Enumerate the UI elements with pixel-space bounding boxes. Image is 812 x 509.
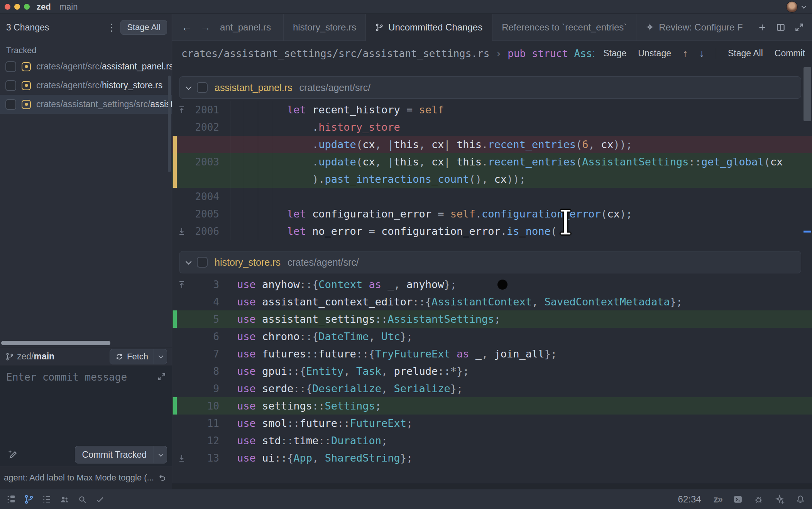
chevron-down-icon[interactable]	[159, 354, 164, 359]
line-number[interactable]: 2005	[194, 208, 219, 220]
line-number[interactable]: 3	[194, 279, 219, 290]
file-checkbox[interactable]	[5, 80, 16, 91]
outline-icon[interactable]	[42, 494, 52, 504]
assistant-icon[interactable]	[774, 494, 785, 505]
close-window-button[interactable]	[5, 4, 10, 10]
cursor-position[interactable]: 62:34	[678, 494, 701, 505]
code-line[interactable]: .history_store	[237, 118, 400, 136]
code-row[interactable]: .update(cx, |this, cx| this.recent_entri…	[172, 136, 812, 153]
code-row[interactable]: 2005 let configuration_error = self.conf…	[172, 205, 812, 222]
undo-commit-icon[interactable]	[157, 473, 167, 483]
panel-menu-icon[interactable]: ⋮	[103, 21, 120, 34]
diagnostics-icon[interactable]	[95, 494, 105, 504]
line-number[interactable]: 10	[194, 400, 219, 412]
tab-history-store-rs[interactable]: history_store.rs	[283, 14, 365, 41]
tab-uncommitted-changes[interactable]: Uncommitted Changes	[365, 14, 492, 41]
tab-ant-panel-rs[interactable]: ant_panel.rs	[218, 14, 283, 41]
code-row[interactable]: 2006 let no_error = configuration_error.…	[172, 222, 812, 240]
stage-button[interactable]: Stage	[603, 48, 626, 59]
diff-file-header[interactable]: history_store.rscrates/agent/src/	[179, 251, 801, 273]
minimize-window-button[interactable]	[14, 4, 20, 10]
stage-all-button[interactable]: Stage All	[728, 48, 763, 59]
file-checkbox[interactable]	[5, 61, 16, 72]
added-hunk-marker[interactable]	[173, 310, 177, 328]
expand-up-icon[interactable]	[177, 101, 194, 118]
line-number[interactable]: 2001	[194, 104, 219, 116]
chevron-down-icon[interactable]	[159, 452, 164, 457]
tab-review-configure-f[interactable]: Review: Configure F	[636, 14, 752, 41]
code-row[interactable]: 8use gpui::{Entity, Task, prelude::*};	[172, 362, 812, 380]
line-number[interactable]: 9	[194, 383, 219, 394]
code-row[interactable]: 3use anyhow::{Context as _, anyhow};	[172, 276, 812, 293]
added-hunk-marker[interactable]	[173, 397, 177, 415]
line-number[interactable]: 11	[194, 418, 219, 429]
code-row[interactable]: 2002 .history_store	[172, 118, 812, 136]
code-line[interactable]: use anyhow::{Context as _, anyhow};	[237, 276, 457, 293]
chevron-down-icon[interactable]	[186, 84, 192, 90]
project-panel-icon[interactable]	[6, 494, 16, 504]
line-number[interactable]: 6	[194, 331, 219, 342]
code-line[interactable]: use futures::future::{TryFutureExt as _,…	[237, 345, 557, 362]
file-checkbox[interactable]	[5, 99, 16, 110]
unstage-button[interactable]: Unstage	[638, 48, 671, 59]
code-line[interactable]: use smol::future::FutureExt;	[237, 415, 413, 432]
code-line[interactable]: .update(cx, |this, cx| this.recent_entri…	[237, 153, 783, 170]
breadcrumb[interactable]: crates/assistant_settings/src/assistant_…	[181, 48, 594, 59]
zoom-window-button[interactable]	[24, 4, 30, 10]
code-row[interactable]: 2004	[172, 188, 812, 205]
line-number[interactable]: 13	[194, 452, 219, 464]
expand-down-icon[interactable]	[177, 222, 194, 240]
line-number[interactable]: 4	[194, 296, 219, 308]
chevron-down-icon[interactable]	[802, 4, 807, 9]
code-row[interactable]: 12use std::time::Duration;	[172, 432, 812, 449]
expand-commit-editor-icon[interactable]	[157, 372, 166, 381]
line-number[interactable]: 7	[194, 348, 219, 360]
line-number[interactable]: 2006	[194, 226, 219, 237]
code-line[interactable]: use gpui::{Entity, Task, prelude::*};	[237, 362, 469, 380]
navigate-back-icon[interactable]: ←	[179, 21, 195, 34]
code-line[interactable]: let configuration_error = self.configura…	[237, 205, 632, 222]
chevron-down-icon[interactable]	[186, 258, 192, 265]
code-line[interactable]: use assistant_context_editor::{Assistant…	[237, 293, 682, 310]
line-number[interactable]: 2002	[194, 121, 219, 133]
code-row[interactable]: 6use chrono::{DateTime, Utc};	[172, 328, 812, 345]
code-line[interactable]: use settings::Settings;	[237, 397, 381, 415]
generate-commit-message-icon[interactable]	[8, 449, 19, 460]
line-number[interactable]: 8	[194, 366, 219, 377]
debug-icon[interactable]	[753, 494, 764, 505]
prev-hunk-icon[interactable]: ↑	[683, 47, 688, 59]
file-item-assistant-settings-rs[interactable]: crates/assistant_settings/src/assistant_…	[0, 95, 172, 114]
collab-icon[interactable]	[59, 494, 69, 504]
line-number[interactable]: 5	[194, 313, 219, 325]
code-line[interactable]: let no_error = configuration_error.is_no…	[237, 222, 557, 240]
stage-file-checkbox[interactable]	[197, 257, 208, 268]
sidebar-hscrollbar[interactable]	[1, 341, 110, 345]
expand-down-icon[interactable]	[177, 449, 194, 467]
code-line[interactable]: use serde::{Deserialize, Serialize};	[237, 380, 463, 397]
branch-name[interactable]: main	[34, 351, 54, 362]
line-number[interactable]: 2004	[194, 191, 219, 202]
code-line[interactable]: use std::time::Duration;	[237, 432, 387, 449]
code-line[interactable]: let recent_history = self	[237, 101, 444, 118]
code-row[interactable]: 4use assistant_context_editor::{Assistan…	[172, 293, 812, 310]
sidebar-scrollbar[interactable]	[168, 76, 171, 172]
code-row[interactable]: ).past_interactions_count(), cx));	[172, 170, 812, 188]
code-line[interactable]: use ui::{App, SharedString};	[237, 449, 413, 467]
titlebar-branch[interactable]: main	[59, 2, 78, 12]
terminal-icon[interactable]	[732, 494, 743, 505]
search-icon[interactable]	[77, 494, 87, 504]
fetch-split-button[interactable]: Fetch	[110, 349, 167, 364]
commit-button[interactable]: Commit	[775, 48, 805, 59]
code-line[interactable]: use chrono::{DateTime, Utc};	[237, 328, 413, 345]
new-tab-icon[interactable]	[757, 22, 767, 32]
stage-all-button[interactable]: Stage All	[120, 20, 167, 35]
notifications-icon[interactable]	[795, 494, 806, 505]
app-title[interactable]: zed	[37, 2, 51, 12]
code-row[interactable]: 2003 .update(cx, |this, cx| this.recent_…	[172, 153, 812, 170]
editor-scrollbar[interactable]	[804, 67, 811, 121]
code-line[interactable]: ).past_interactions_count(), cx));	[237, 170, 526, 188]
code-line[interactable]: use assistant_settings::AssistantSetting…	[237, 310, 501, 328]
expand-up-icon[interactable]	[177, 276, 194, 293]
modified-hunk-marker[interactable]	[173, 170, 177, 188]
tab-references-to-recent-entries[interactable]: References to `recent_entries`	[492, 14, 636, 41]
